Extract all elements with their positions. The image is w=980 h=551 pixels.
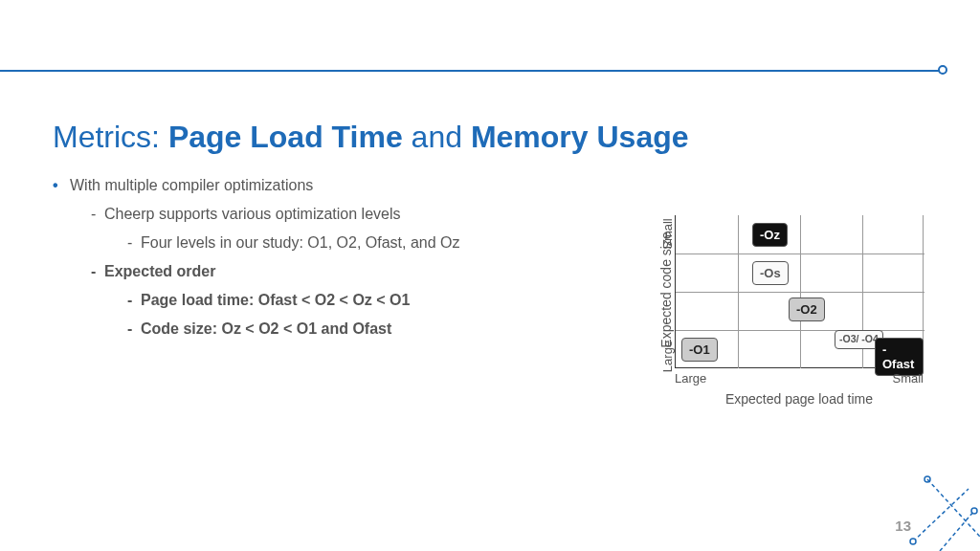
bullet-text: With multiple compiler optimizations	[70, 177, 313, 193]
bullet-lvl2-bold: Expected order	[91, 263, 589, 280]
y-tick-large: Large	[660, 341, 675, 372]
body-content: With multiple compiler optimizations Che…	[53, 177, 589, 349]
bullet-text: Code size: Oz < O2 < O1 and Ofast	[141, 320, 391, 337]
chart-grid: -Oz -Os -O2 -O1 -O3/ -O4 -Ofast	[675, 215, 924, 368]
bullet-text: Page load time: Ofast < O2 < Oz < O1	[141, 292, 410, 308]
y-tick-small: Small	[660, 218, 675, 250]
title-strong-1: Page Load Time	[168, 120, 403, 154]
page-title: Metrics: Page Load Time and Memory Usage	[53, 120, 689, 155]
chart-box-ofast: -Ofast	[875, 338, 924, 376]
bullet-lvl2: Cheerp supports various optimization lev…	[91, 206, 589, 223]
bullet-text: Expected order	[104, 263, 215, 279]
header-line-circle	[938, 65, 947, 75]
gridline-v	[738, 215, 739, 368]
title-mid: and	[403, 120, 471, 154]
chart-box-os: -Os	[752, 261, 789, 285]
x-tick-large: Large	[675, 371, 706, 386]
gridline-v	[800, 215, 801, 368]
x-axis-ticks: Large Small	[675, 371, 924, 386]
chart-quadrant: Expected code size Small Large -Oz -Os -…	[641, 215, 928, 426]
bullet-lvl1: With multiple compiler optimizations	[53, 177, 589, 194]
svg-line-5	[940, 511, 974, 551]
bullet-list: With multiple compiler optimizations Che…	[53, 177, 589, 338]
svg-point-1	[910, 539, 916, 544]
title-prefix: Metrics:	[53, 120, 168, 154]
chart-box-oz: -Oz	[752, 223, 788, 247]
bullet-lvl3-bold: Code size: Oz < O2 < O1 and Ofast	[127, 320, 589, 338]
slide: Metrics: Page Load Time and Memory Usage…	[0, 0, 980, 551]
x-axis-label: Expected page load time	[675, 391, 924, 407]
chart-box-o2: -O2	[789, 298, 825, 321]
corner-decoration	[903, 474, 980, 551]
x-tick-small: Small	[892, 371, 924, 386]
bullet-lvl3: Four levels in our study: O1, O2, Ofast,…	[127, 234, 589, 252]
bullet-text: Four levels in our study: O1, O2, Ofast,…	[141, 234, 459, 251]
bullet-text: Cheerp supports various optimization lev…	[104, 206, 400, 222]
title-strong-2: Memory Usage	[471, 120, 689, 154]
y-axis-ticks: Small Large	[656, 215, 669, 368]
chart-box-o1: -O1	[681, 338, 718, 362]
bullet-lvl3-bold: Page load time: Ofast < O2 < Oz < O1	[127, 292, 589, 309]
header-line	[0, 70, 942, 72]
